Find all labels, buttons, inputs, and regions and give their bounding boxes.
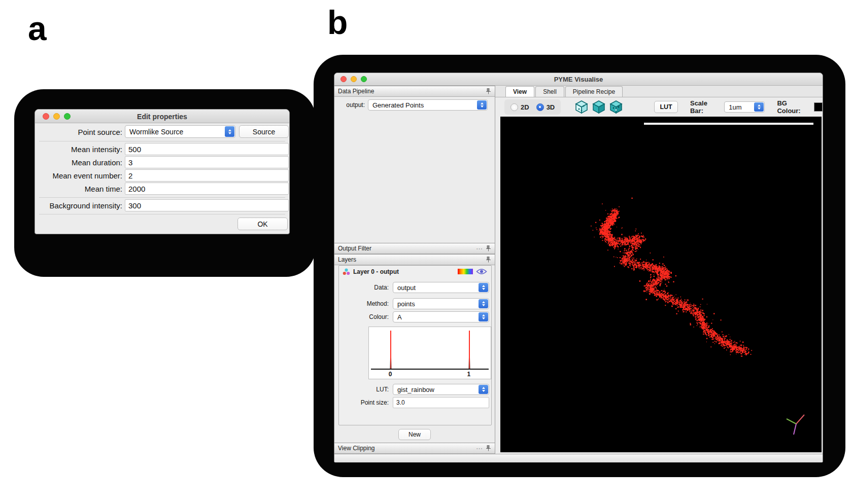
tab-pipeline-recipe[interactable]: Pipeline Recipe xyxy=(565,86,623,97)
radio-3d-label: 3D xyxy=(547,103,555,111)
scale-bar-value: 1um xyxy=(725,103,741,111)
dialog-title: Edit properties xyxy=(35,113,289,121)
pipeline-output-value: Generated Points xyxy=(368,101,424,109)
layer-data-value: output xyxy=(393,284,416,292)
output-filter-header: Output Filter ⋯ xyxy=(334,243,495,254)
select-arrows-icon xyxy=(479,299,488,308)
histogram-spike[interactable] xyxy=(469,331,470,369)
data-pipeline-header: Data Pipeline xyxy=(334,86,495,97)
dialog-titlebar: Edit properties xyxy=(35,110,289,123)
radio-3d[interactable]: 3D xyxy=(536,103,555,111)
source-button-label: Source xyxy=(253,128,275,136)
view-clipping-header: View Clipping ⋯ xyxy=(334,443,495,454)
layer0-panel: Layer 0 - output Data: output Method: po… xyxy=(338,265,492,425)
ok-button[interactable]: OK xyxy=(237,218,288,230)
visibility-eye-icon[interactable] xyxy=(476,268,487,275)
lut-button-label: LUT xyxy=(660,103,672,111)
point-source-select[interactable]: Wormlike Source xyxy=(125,125,235,138)
cube-points-button[interactable] xyxy=(607,98,625,116)
point-size-label: Point size: xyxy=(344,399,389,406)
cube-wireframe-button[interactable] xyxy=(573,98,590,116)
radio-3d-circle-icon xyxy=(536,103,544,111)
background-intensity-label: Background intensity: xyxy=(37,201,122,210)
divider xyxy=(39,214,285,214)
ok-button-label: OK xyxy=(257,220,267,228)
bg-colour-swatch[interactable] xyxy=(814,102,823,112)
colour-label: Colour: xyxy=(344,313,389,320)
tab-shell-label: Shell xyxy=(543,88,557,95)
layer-dots-icon xyxy=(343,268,350,275)
histogram-spike[interactable] xyxy=(390,331,391,369)
pipeline-output-select[interactable]: Generated Points xyxy=(368,99,488,111)
method-label: Method: xyxy=(344,300,389,307)
colormap-preview-icon xyxy=(458,269,473,274)
mean-event-number-label: Mean event number: xyxy=(37,171,122,180)
histogram-baseline xyxy=(371,369,489,370)
mean-intensity-field[interactable] xyxy=(125,143,289,155)
source-button[interactable]: Source xyxy=(239,125,289,138)
pin-icon[interactable] xyxy=(486,445,491,451)
tab-view-label: View xyxy=(513,88,527,95)
radio-2d[interactable]: 2D xyxy=(510,103,529,111)
new-layer-button[interactable]: New xyxy=(398,429,431,440)
axis-gizmo-icon xyxy=(785,411,807,436)
mean-time-field[interactable] xyxy=(125,183,289,195)
view-clipping-header-label: View Clipping xyxy=(338,445,375,452)
pin-icon[interactable] xyxy=(486,88,491,94)
lut-value: gist_rainbow xyxy=(393,386,434,393)
point-size-field[interactable] xyxy=(393,397,489,408)
tab-pipeline-recipe-label: Pipeline Recipe xyxy=(573,88,615,95)
mean-duration-field[interactable] xyxy=(125,156,289,168)
output-label: output: xyxy=(338,101,365,109)
window-titlebar: PYME Visualise xyxy=(334,73,823,86)
point-source-value: Wormlike Source xyxy=(125,128,183,136)
pin-icon[interactable] xyxy=(486,257,491,263)
layer-colour-select[interactable]: A xyxy=(393,311,489,322)
layer-method-select[interactable]: points xyxy=(393,298,489,309)
layer-method-value: points xyxy=(393,300,415,308)
cube-solid-icon xyxy=(590,99,607,115)
tab-bar: View Shell Pipeline Recipe xyxy=(495,86,823,97)
scale-bar-select[interactable]: 1um xyxy=(724,101,765,113)
output-filter-header-label: Output Filter xyxy=(338,245,371,252)
layer-data-select[interactable]: output xyxy=(393,282,489,293)
window-title: PYME Visualise xyxy=(334,76,823,83)
select-arrows-icon xyxy=(479,312,488,321)
panel-a-label: a xyxy=(28,9,47,48)
tab-view[interactable]: View xyxy=(505,86,534,97)
layers-header: Layers xyxy=(334,254,495,265)
viewport-canvas[interactable] xyxy=(500,117,822,452)
edit-properties-dialog: Edit properties Point source: Wormlike S… xyxy=(35,109,290,234)
pin-icon[interactable] xyxy=(486,245,491,251)
radio-2d-label: 2D xyxy=(521,103,529,111)
histogram[interactable]: 0 1 xyxy=(368,327,491,379)
lut-button[interactable]: LUT xyxy=(654,101,678,113)
new-layer-button-label: New xyxy=(408,431,421,438)
pyme-visualise-window: PYME Visualise Data Pipeline output: Gen… xyxy=(334,73,823,462)
layers-header-label: Layers xyxy=(338,256,356,263)
background-intensity-field[interactable] xyxy=(125,199,289,211)
mean-time-label: Mean time: xyxy=(37,185,122,193)
lut-label: LUT: xyxy=(344,386,389,393)
histogram-tick: 1 xyxy=(467,371,470,378)
viewport xyxy=(500,117,822,452)
drag-handle-icon[interactable]: ⋯ xyxy=(476,245,483,253)
divider xyxy=(39,141,285,141)
select-arrows-icon xyxy=(754,102,764,112)
drag-handle-icon[interactable]: ⋯ xyxy=(476,445,483,452)
cube-solid-button[interactable] xyxy=(590,98,607,116)
select-arrows-icon xyxy=(479,283,488,292)
status-bar xyxy=(334,454,823,462)
histogram-tick: 0 xyxy=(389,371,392,378)
layer-colour-value: A xyxy=(393,313,402,321)
select-arrows-icon xyxy=(477,100,487,110)
layer0-title: Layer 0 - output xyxy=(353,268,399,275)
mean-event-number-field[interactable] xyxy=(125,169,289,182)
tab-shell[interactable]: Shell xyxy=(535,86,564,97)
cube-points-icon xyxy=(607,99,625,115)
dimension-radio-group: 2D 3D xyxy=(504,99,561,115)
bg-colour-label: BG Colour: xyxy=(777,99,810,115)
point-source-label: Point source: xyxy=(37,128,122,136)
lut-select[interactable]: gist_rainbow xyxy=(393,384,489,395)
radio-2d-circle-icon xyxy=(510,103,518,111)
